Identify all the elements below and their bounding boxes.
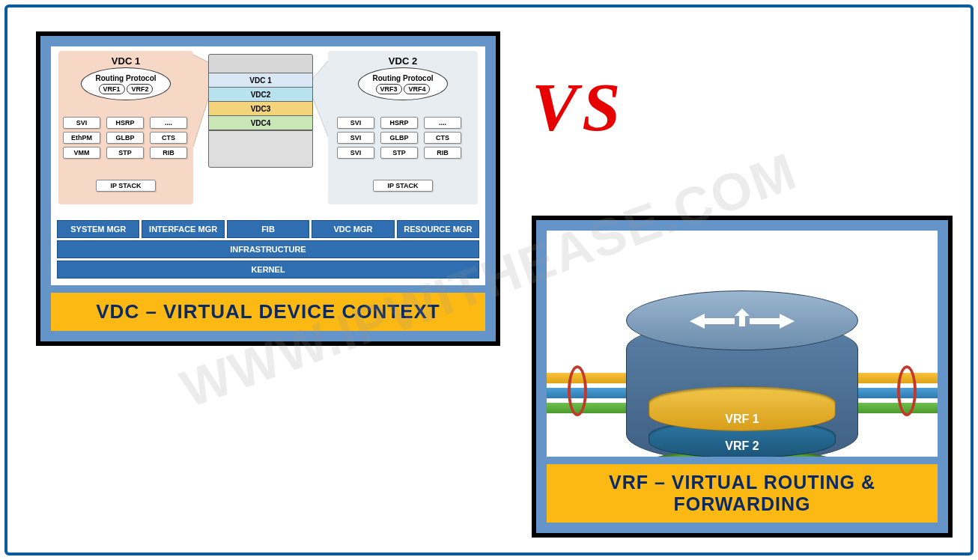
vdc2-vrf4: VRF4 bbox=[404, 84, 430, 94]
vdc1-block: VDC 1 Routing Protocol VRF1 VRF2 SVI HSR… bbox=[58, 51, 193, 204]
svc-box: STP bbox=[380, 147, 418, 159]
chassis-slot: VDC 1 bbox=[208, 73, 313, 88]
svg-marker-3 bbox=[750, 314, 795, 329]
vdc-diagram: VDC 1 Routing Protocol VRF1 VRF2 SVI HSR… bbox=[51, 46, 485, 285]
svc-box: STP bbox=[106, 147, 144, 159]
vdc2-vrf3: VRF3 bbox=[376, 84, 402, 94]
svc-box: .... bbox=[424, 117, 461, 129]
chassis-slot: VDC4 bbox=[208, 115, 313, 130]
vdc-caption: VDC – VIRTUAL DEVICE CONTEXT bbox=[51, 293, 485, 331]
vdc1-vrf1: VRF1 bbox=[99, 84, 125, 94]
svc-box: HSRP bbox=[106, 117, 144, 129]
vdc1-ipstack: IP STACK bbox=[96, 180, 156, 192]
svc-box: VMM bbox=[63, 147, 100, 159]
layer-cell: SYSTEM MGR bbox=[57, 220, 139, 238]
ring-right-icon bbox=[897, 365, 917, 416]
vrf-caption: VRF – VIRTUAL ROUTING & FORWARDING bbox=[547, 464, 938, 523]
svc-box: HSRP bbox=[380, 117, 418, 129]
svc-box: GLBP bbox=[380, 132, 418, 144]
svc-box: SVI bbox=[337, 132, 374, 144]
layer-infrastructure: INFRASTRUCTURE bbox=[57, 240, 479, 258]
layer-cell: RESOURCE MGR bbox=[397, 220, 479, 238]
vrf-disc-1: VRF 1 bbox=[649, 386, 836, 431]
svc-box: SVI bbox=[337, 117, 374, 129]
vrf-stage: VRF 1 VRF 2 GLOBAL VRF bbox=[547, 231, 938, 457]
vdc2-services: SVI HSRP .... SVI GLBP CTS SVI STP RIB bbox=[337, 117, 461, 159]
layer-cell: INTERFACE MGR bbox=[142, 220, 224, 238]
ring-left-icon bbox=[568, 365, 587, 416]
vdc1-routing-oval: Routing Protocol VRF1 VRF2 bbox=[81, 67, 171, 100]
svc-box: GLBP bbox=[106, 132, 144, 144]
vrf-panel: VRF 1 VRF 2 GLOBAL VRF VRF – VIRTUAL ROU… bbox=[532, 216, 953, 538]
vdc-top-area: VDC 1 Routing Protocol VRF1 VRF2 SVI HSR… bbox=[51, 46, 485, 215]
svg-marker-2 bbox=[690, 314, 735, 329]
vdc1-services: SVI HSRP .... EthPM GLBP CTS VMM STP RIB bbox=[63, 117, 187, 159]
chassis-slot: VDC3 bbox=[208, 101, 313, 116]
vdc1-title: VDC 1 bbox=[58, 55, 193, 67]
vrf-diagram: VRF 1 VRF 2 GLOBAL VRF bbox=[547, 231, 938, 457]
vdc2-routing-label: Routing Protocol bbox=[372, 74, 433, 82]
vdc2-title: VDC 2 bbox=[328, 55, 478, 67]
chassis-slot: VDC2 bbox=[208, 87, 313, 102]
svc-box: RIB bbox=[424, 147, 461, 159]
vdc1-vrf2: VRF2 bbox=[127, 84, 153, 94]
vdc2-block: VDC 2 Routing Protocol VRF3 VRF4 SVI HSR… bbox=[328, 51, 478, 204]
layer-cell: VDC MGR bbox=[312, 220, 394, 238]
vdc2-ipstack: IP STACK bbox=[373, 180, 433, 192]
vdc-layer-rows: SYSTEM MGR INTERFACE MGR FIB VDC MGR RES… bbox=[57, 220, 479, 279]
svg-marker-4 bbox=[735, 308, 750, 326]
svc-box: SVI bbox=[63, 117, 100, 129]
vdc-panel: VDC 1 Routing Protocol VRF1 VRF2 SVI HSR… bbox=[36, 31, 500, 346]
outer-frame: WWW.IPWITHEASE.COM VS VDC 1 Routing Prot… bbox=[4, 4, 974, 556]
svc-box: SVI bbox=[337, 147, 374, 159]
layer-kernel: KERNEL bbox=[57, 261, 479, 279]
svc-box: RIB bbox=[150, 147, 187, 159]
vdc2-routing-oval: Routing Protocol VRF3 VRF4 bbox=[358, 67, 448, 100]
vdc1-routing-label: Routing Protocol bbox=[95, 74, 156, 82]
svc-box: CTS bbox=[150, 132, 187, 144]
vs-label: VS bbox=[532, 67, 625, 147]
chassis-icon: VDC 1 VDC2 VDC3 VDC4 bbox=[208, 54, 313, 211]
router-cylinder-icon: VRF 1 VRF 2 GLOBAL VRF bbox=[626, 290, 858, 457]
routing-arrows-icon bbox=[690, 308, 795, 334]
svc-box: .... bbox=[150, 117, 187, 129]
svc-box: CTS bbox=[424, 132, 461, 144]
layer-cell: FIB bbox=[227, 220, 309, 238]
svc-box: EthPM bbox=[63, 132, 100, 144]
